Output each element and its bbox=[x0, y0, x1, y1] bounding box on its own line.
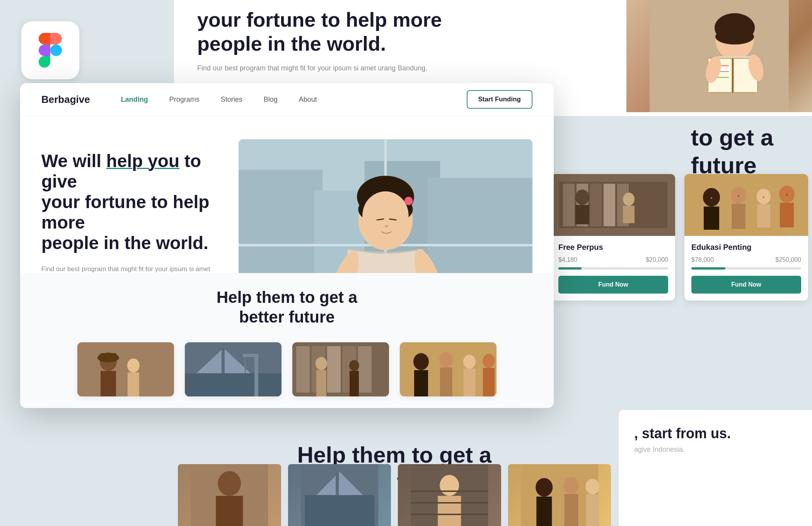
svg-point-52 bbox=[536, 478, 553, 497]
svg-point-93 bbox=[404, 197, 413, 205]
svg-rect-57 bbox=[586, 494, 599, 526]
svg-rect-127 bbox=[440, 367, 452, 396]
svg-rect-27 bbox=[704, 207, 719, 230]
bg-section-text-line1: to get a bbox=[691, 124, 773, 152]
bg-card-2-progress-bar bbox=[691, 267, 801, 270]
svg-rect-114 bbox=[296, 346, 310, 393]
svg-point-34 bbox=[711, 197, 712, 199]
svg-rect-75 bbox=[375, 236, 396, 249]
bg-hero-subtitle: Find our best program that might fit for… bbox=[197, 63, 442, 73]
program-card-4 bbox=[400, 342, 496, 396]
svg-rect-104 bbox=[128, 372, 139, 396]
bg-program-card-1: Free Perpus $4,180 $20,000 Fund Now bbox=[551, 174, 675, 301]
svg-point-128 bbox=[463, 355, 476, 369]
bg-child-photo bbox=[626, 0, 812, 112]
bg-bottom-main-text: , start from us. bbox=[634, 425, 797, 442]
nav-link-programs[interactable]: Programs bbox=[169, 96, 200, 104]
svg-point-39 bbox=[218, 471, 241, 496]
svg-point-46 bbox=[440, 475, 459, 496]
bg-card-1-goal: $20,000 bbox=[646, 256, 668, 263]
bg-card-2-fund-button[interactable]: Fund Now bbox=[691, 276, 801, 294]
program-card-1 bbox=[77, 342, 174, 396]
svg-rect-18 bbox=[590, 184, 602, 226]
svg-point-124 bbox=[413, 353, 429, 370]
svg-rect-40 bbox=[216, 496, 243, 526]
svg-point-11 bbox=[715, 29, 754, 44]
svg-rect-98 bbox=[77, 342, 174, 396]
logo: Berbagive bbox=[41, 94, 90, 106]
svg-rect-16 bbox=[563, 184, 575, 226]
start-funding-button[interactable]: Start Funding bbox=[467, 90, 532, 109]
nav-link-blog[interactable]: Blog bbox=[264, 96, 278, 104]
svg-point-71 bbox=[362, 191, 408, 240]
svg-rect-102 bbox=[100, 353, 117, 359]
program-cards-grid bbox=[41, 342, 532, 396]
bg-photo-1 bbox=[178, 464, 281, 526]
bg-card-2-goal: $250,000 bbox=[775, 256, 801, 263]
svg-rect-110 bbox=[243, 354, 258, 357]
svg-rect-19 bbox=[604, 184, 615, 226]
program-card-3-image bbox=[292, 342, 389, 396]
figma-logo-box bbox=[21, 21, 79, 79]
svg-rect-29 bbox=[732, 204, 745, 229]
bg-card-1-fund-button[interactable]: Fund Now bbox=[558, 276, 668, 294]
svg-point-126 bbox=[439, 352, 453, 367]
nav-link-stories[interactable]: Stories bbox=[221, 96, 242, 104]
bg-card-2-title: Edukasi Penting bbox=[691, 243, 801, 252]
bg-card-1-progress-bar bbox=[558, 267, 668, 270]
bg-card-2-amounts: $78,000 $250,000 bbox=[691, 256, 801, 263]
bg-card-1-body: Free Perpus $4,180 $20,000 Fund Now bbox=[551, 236, 675, 301]
program-card-4-image bbox=[400, 342, 496, 396]
svg-point-121 bbox=[349, 360, 359, 371]
bg-program-cards-row: Free Perpus $4,180 $20,000 Fund Now bbox=[551, 174, 808, 301]
svg-point-56 bbox=[585, 479, 599, 494]
bg-photo-2 bbox=[288, 464, 391, 526]
bg-card-1-title: Free Perpus bbox=[558, 243, 668, 252]
svg-rect-106 bbox=[185, 373, 281, 396]
bg-program-card-2: Edukasi Penting $78,000 $250,000 Fund No… bbox=[684, 174, 808, 301]
main-browser-window: Berbagive Landing Programs Stories Blog … bbox=[20, 83, 554, 408]
bg-card-2-body: Edukasi Penting $78,000 $250,000 Fund No… bbox=[684, 236, 808, 301]
bg-bottom-section: , start from us. agive Indonesia. bbox=[619, 410, 812, 526]
svg-rect-53 bbox=[536, 497, 552, 526]
svg-rect-24 bbox=[623, 206, 635, 223]
nav-link-about[interactable]: About bbox=[299, 96, 317, 104]
svg-point-54 bbox=[563, 477, 579, 494]
svg-rect-120 bbox=[316, 370, 326, 396]
bg-card-2-progress-fill bbox=[691, 267, 725, 270]
svg-rect-122 bbox=[350, 371, 359, 396]
bg-photo-row bbox=[178, 464, 611, 526]
bg-card-2-raised: $78,000 bbox=[691, 256, 714, 263]
svg-rect-118 bbox=[358, 346, 372, 393]
bg-photo-4 bbox=[508, 464, 611, 526]
bg-card-1-progress-fill bbox=[558, 267, 582, 270]
svg-point-119 bbox=[316, 357, 327, 370]
program-card-2 bbox=[185, 342, 281, 396]
bg-card-1-amounts: $4,180 $20,000 bbox=[558, 256, 668, 263]
svg-point-23 bbox=[623, 193, 635, 206]
nav-links: Landing Programs Stories Blog About bbox=[121, 96, 317, 104]
svg-rect-55 bbox=[564, 494, 578, 526]
svg-point-36 bbox=[763, 196, 764, 198]
bg-hero-title: your fortune to help more people in the … bbox=[197, 8, 442, 56]
programs-section: Help them to get a better future bbox=[20, 273, 554, 408]
nav-link-landing[interactable]: Landing bbox=[121, 96, 148, 104]
svg-rect-116 bbox=[327, 346, 341, 393]
bg-card-1-raised: $4,180 bbox=[558, 256, 577, 263]
svg-line-72 bbox=[377, 219, 383, 220]
bg-top-hero-image bbox=[626, 0, 812, 112]
hero-title-highlight: help you bbox=[106, 151, 179, 171]
svg-rect-42 bbox=[305, 495, 374, 526]
hero-title: We will help you to giveyour fortune to … bbox=[41, 151, 227, 253]
svg-rect-44 bbox=[336, 472, 339, 495]
programs-section-title: Help them to get a better future bbox=[41, 288, 532, 327]
svg-rect-125 bbox=[414, 370, 428, 396]
svg-rect-108 bbox=[222, 348, 225, 373]
svg-point-35 bbox=[738, 195, 739, 197]
navbar: Berbagive Landing Programs Stories Blog … bbox=[20, 83, 554, 116]
program-card-1-image bbox=[77, 342, 174, 396]
bg-bottom-sub-text: agive Indonesia. bbox=[634, 446, 797, 454]
svg-rect-33 bbox=[780, 203, 794, 227]
logo-text: Berbagive bbox=[41, 94, 90, 106]
svg-point-37 bbox=[786, 194, 788, 196]
